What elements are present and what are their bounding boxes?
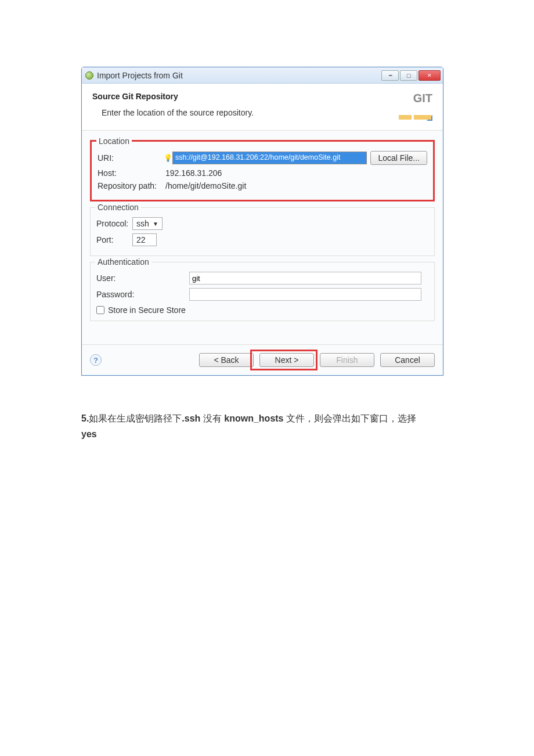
uri-label: URI: xyxy=(98,153,164,163)
user-field[interactable] xyxy=(189,272,421,285)
connection-legend: Connection xyxy=(95,203,141,212)
store-secure-checkbox[interactable] xyxy=(96,306,104,314)
dialog-content: Location URI: 💡 ssh://git@192.168.31.206… xyxy=(82,131,443,344)
dialog-window: Import Projects from Git ━ ▢ ✕ Source Gi… xyxy=(81,67,443,376)
local-file-button[interactable]: Local File... xyxy=(370,151,427,165)
close-button[interactable]: ✕ xyxy=(418,70,441,81)
finish-button: Finish xyxy=(320,353,374,367)
host-field[interactable]: 192.168.31.206 xyxy=(164,168,427,178)
titlebar-title-area: Import Projects from Git xyxy=(85,71,380,80)
repo-path-field[interactable]: /home/git/demoSite.git xyxy=(164,181,427,190)
dialog-footer: ? < Back Next > Finish Cancel xyxy=(82,344,443,375)
uri-field[interactable]: ssh://git@192.168.31.206:22/home/git/dem… xyxy=(172,152,367,164)
document-instruction: 5.如果在生成密钥路径下.ssh 没有 known_hosts 文件，则会弹出如… xyxy=(81,411,464,442)
window-controls: ━ ▢ ✕ xyxy=(380,70,441,81)
resize-triangle-icon xyxy=(427,115,432,121)
next-highlight: Next > xyxy=(254,353,314,367)
titlebar[interactable]: Import Projects from Git ━ ▢ ✕ xyxy=(82,67,443,84)
repo-path-label: Repository path: xyxy=(98,181,164,190)
page-subtitle: Enter the location of the source reposit… xyxy=(92,108,254,117)
lightbulb-icon: 💡 xyxy=(164,153,171,163)
auth-legend: Authentication xyxy=(95,257,151,267)
maximize-button[interactable]: ▢ xyxy=(400,70,417,81)
password-label: Password: xyxy=(96,290,189,299)
page-title: Source Git Repository xyxy=(92,92,254,101)
help-icon[interactable]: ? xyxy=(90,354,102,366)
next-button[interactable]: Next > xyxy=(259,353,314,367)
chevron-down-icon: ▼ xyxy=(153,221,158,227)
protocol-label: Protocol: xyxy=(96,219,132,228)
back-button[interactable]: < Back xyxy=(199,353,254,367)
dialog-header: Source Git Repository Enter the location… xyxy=(82,84,443,131)
password-field[interactable] xyxy=(189,288,421,301)
connection-group: Connection Protocol: ssh ▼ Port: 22 xyxy=(90,207,435,256)
port-label: Port: xyxy=(96,235,132,244)
cancel-button[interactable]: Cancel xyxy=(380,353,435,367)
protocol-select[interactable]: ssh ▼ xyxy=(132,217,163,230)
host-label: Host: xyxy=(98,168,164,178)
store-secure-label: Store in Secure Store xyxy=(108,305,186,315)
minimize-button[interactable]: ━ xyxy=(381,70,399,81)
port-field[interactable]: 22 xyxy=(132,233,157,246)
eclipse-icon xyxy=(85,71,93,80)
location-group: Location URI: 💡 ssh://git@192.168.31.206… xyxy=(90,140,435,201)
window-title: Import Projects from Git xyxy=(97,71,183,80)
git-badge-icon: GIT xyxy=(399,92,432,121)
authentication-group: Authentication User: Password: Store in … xyxy=(90,262,435,321)
location-legend: Location xyxy=(96,136,132,146)
user-label: User: xyxy=(96,273,189,283)
